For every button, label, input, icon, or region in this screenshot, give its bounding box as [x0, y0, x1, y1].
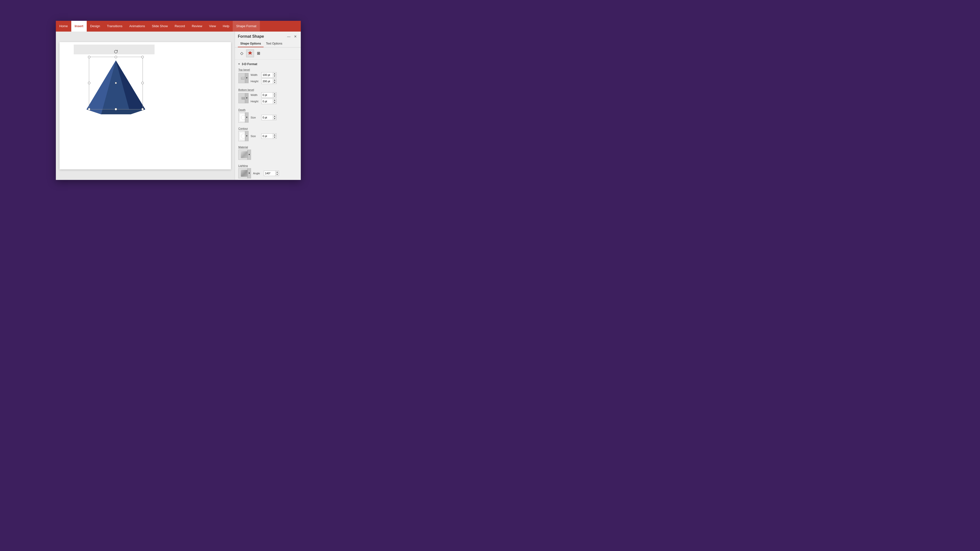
top-bevel-dropdown-btn[interactable]: ▼	[245, 73, 248, 83]
top-bevel-height-input[interactable]: ▲ ▼	[261, 79, 277, 84]
section-chevron-3d-format: ▼	[238, 63, 240, 65]
handle-top-right[interactable]	[141, 56, 144, 58]
top-bevel-section: Top bevel ▼ Width	[235, 67, 301, 87]
depth-size-label: Size	[251, 116, 260, 119]
top-bevel-width-field[interactable]	[262, 73, 273, 76]
depth-size-input[interactable]: ▲ ▼	[261, 115, 277, 120]
contour-size-up[interactable]: ▲	[273, 133, 276, 137]
contour-size-field[interactable]	[262, 135, 273, 138]
bottom-bevel-width-up[interactable]: ▲	[273, 92, 276, 95]
contour-color-dropdown[interactable]: ▼	[245, 131, 248, 141]
tab-home[interactable]: Home	[56, 21, 71, 32]
bottom-bevel-width-field[interactable]	[262, 94, 273, 97]
top-bevel-height-arrows: ▲ ▼	[273, 79, 276, 84]
top-bevel-height-up[interactable]: ▲	[273, 79, 276, 81]
center-dot	[115, 82, 117, 84]
handle-middle-left[interactable]	[88, 82, 91, 84]
fill-effects-icon-btn[interactable]: ◇	[238, 49, 246, 57]
material-section: Material ▼	[235, 144, 301, 163]
bottom-bevel-row: ▼ Width ▲ ▼	[238, 92, 298, 104]
handle-top-left[interactable]	[88, 56, 91, 58]
contour-size-down[interactable]: ▼	[273, 136, 276, 138]
top-bevel-preview[interactable]: ▼	[238, 73, 248, 83]
material-dropdown[interactable]: ▼	[247, 150, 251, 160]
top-bevel-width-up[interactable]: ▲	[273, 73, 276, 75]
tab-record[interactable]: Record	[171, 21, 188, 32]
lighting-btn[interactable]: ▼	[238, 168, 251, 178]
bottom-bevel-width-down[interactable]: ▼	[273, 95, 276, 97]
tab-animations[interactable]: Animations	[126, 21, 148, 32]
svg-rect-7	[242, 76, 245, 79]
tab-slideshow[interactable]: Slide Show	[148, 21, 171, 32]
tab-help[interactable]: Help	[220, 21, 233, 32]
main-area: Format Shape — ✕ Shape Options Text Opti…	[56, 32, 301, 180]
tab-view[interactable]: View	[206, 21, 220, 32]
tab-review[interactable]: Review	[188, 21, 206, 32]
section-3d-format-header[interactable]: ▼ 3-D Format	[235, 61, 301, 67]
bottom-bevel-height-down[interactable]: ▼	[273, 101, 276, 104]
panel-close-button[interactable]: ✕	[293, 34, 298, 39]
depth-section: Depth ▼ Size	[235, 108, 301, 126]
depth-size-up[interactable]: ▲	[273, 115, 276, 118]
bottom-bevel-preview[interactable]: ▼	[238, 93, 248, 103]
top-bevel-width-arrows: ▲ ▼	[273, 73, 276, 77]
material-row: ▼	[238, 149, 298, 160]
lighting-angle-label: Angle	[253, 172, 263, 175]
bottom-bevel-width-input[interactable]: ▲ ▼	[261, 92, 277, 98]
lighting-angle-down[interactable]: ▼	[275, 173, 279, 176]
depth-size-row: Size ▲ ▼	[251, 115, 277, 120]
depth-size-down[interactable]: ▼	[273, 118, 276, 120]
handle-bottom-left[interactable]	[88, 108, 91, 110]
depth-size-arrows: ▲ ▼	[273, 115, 276, 120]
lighting-angle-arrows: ▲ ▼	[275, 171, 279, 176]
bottom-bevel-height-row: Height ▲ ▼	[251, 98, 277, 104]
effects-icon	[248, 51, 252, 56]
top-bevel-row: ▼ Width ▲ ▼	[238, 72, 298, 84]
rotate-handle[interactable]	[114, 50, 118, 54]
layout-icon-btn[interactable]: ⊞	[255, 49, 262, 57]
depth-label: Depth	[238, 108, 298, 111]
panel-tab-shape-options[interactable]: Shape Options	[238, 40, 264, 47]
contour-size-arrows: ▲ ▼	[273, 133, 276, 138]
material-btn[interactable]: ▼	[238, 149, 251, 160]
tab-transitions[interactable]: Transitions	[103, 21, 126, 32]
app-window: Home Insert Design Transitions Animation…	[56, 21, 301, 180]
top-bevel-width-input[interactable]: ▲ ▼	[261, 72, 277, 78]
top-bevel-width-label: Width	[251, 73, 260, 76]
lighting-angle-up[interactable]: ▲	[275, 171, 279, 173]
contour-color-btn[interactable]: ▼	[238, 131, 248, 141]
contour-size-input[interactable]: ▲ ▼	[261, 133, 277, 139]
depth-color-btn[interactable]: ▼	[238, 112, 248, 123]
panel-minimize-button[interactable]: —	[286, 34, 291, 39]
depth-size-field[interactable]	[262, 116, 273, 119]
bottom-bevel-height-up[interactable]: ▲	[273, 99, 276, 102]
lighting-angle-input[interactable]: ▲ ▼	[264, 171, 279, 176]
lighting-dropdown[interactable]: ▼	[247, 168, 251, 178]
contour-label: Contour	[238, 127, 298, 130]
panel-icon-row: ◇ ⊞	[235, 48, 301, 59]
bottom-bevel-height-field[interactable]	[262, 100, 273, 103]
top-bevel-width-down[interactable]: ▼	[273, 75, 276, 77]
depth-color-dropdown[interactable]: ▼	[245, 113, 248, 122]
panel-tab-text-options[interactable]: Text Options	[264, 40, 285, 47]
bottom-bevel-dropdown-btn[interactable]: ▼	[245, 93, 248, 103]
handle-middle-right[interactable]	[141, 82, 144, 84]
tab-insert[interactable]: Insert	[71, 21, 87, 32]
bottom-bevel-height-arrows: ▲ ▼	[273, 99, 276, 104]
handle-bottom-middle[interactable]	[115, 108, 117, 110]
top-bevel-height-down[interactable]: ▼	[273, 81, 276, 84]
shape-effects-icon-btn[interactable]	[246, 49, 254, 57]
ribbon: Home Insert Design Transitions Animation…	[56, 21, 301, 32]
top-bevel-height-label: Height	[251, 80, 260, 83]
tab-shape-format[interactable]: Shape Format	[233, 21, 259, 32]
panel-header: Format Shape — ✕	[235, 32, 301, 40]
top-bevel-height-field[interactable]	[262, 80, 273, 83]
handle-bottom-right[interactable]	[141, 108, 144, 110]
handle-top-middle[interactable]	[115, 56, 117, 58]
bottom-bevel-label: Bottom bevel	[238, 88, 298, 91]
tab-design[interactable]: Design	[87, 21, 103, 32]
bottom-bevel-height-input[interactable]: ▲ ▼	[261, 98, 277, 104]
top-bevel-height-row: Height ▲ ▼	[251, 79, 277, 84]
format-shape-panel: Format Shape — ✕ Shape Options Text Opti…	[235, 32, 301, 180]
lighting-angle-field[interactable]	[265, 172, 275, 175]
